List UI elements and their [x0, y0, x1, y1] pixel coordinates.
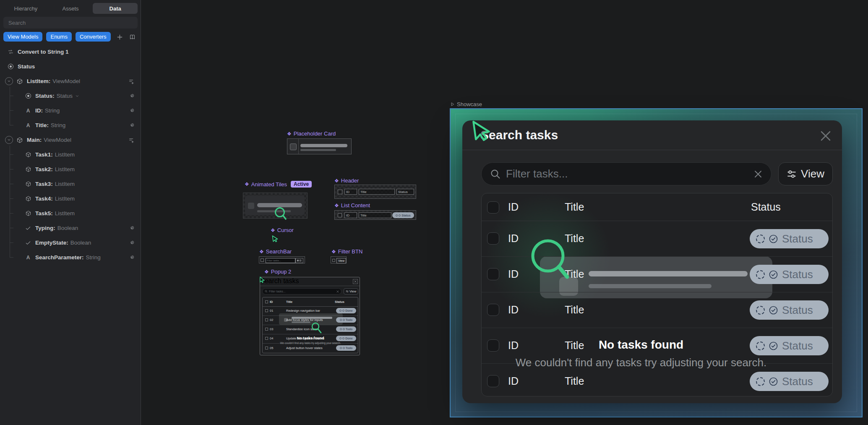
- tree-field-status[interactable]: Status:Status: [0, 89, 141, 103]
- searchbar-component[interactable]: Filter tasks...: [259, 256, 305, 263]
- tree-field-task4[interactable]: Task4:ListItem: [0, 191, 141, 206]
- search-input[interactable]: Search: [3, 17, 138, 29]
- mini-checkbox[interactable]: [265, 347, 268, 349]
- list-content-component[interactable]: ID Title Status: [334, 210, 416, 220]
- tree-item-converter[interactable]: Convert to String 1: [0, 44, 141, 59]
- enums-button[interactable]: Enums: [46, 32, 71, 42]
- add-icon[interactable]: [115, 32, 124, 42]
- tree-item-listitem-viewmodel[interactable]: ListItem:ViewModel: [0, 74, 141, 89]
- enum-radio-icon: [25, 93, 31, 99]
- type-dropdown-icon[interactable]: [75, 94, 79, 98]
- binding-spiral-icon[interactable]: [128, 254, 136, 261]
- tile-checkbox: [248, 203, 254, 209]
- component-label-placeholder-card[interactable]: ❖ Placeholder Card: [287, 130, 336, 137]
- enum-radio-icon: [7, 63, 14, 70]
- status-badge[interactable]: Status: [750, 372, 829, 391]
- row-title: Title: [565, 304, 584, 316]
- row-checkbox[interactable]: [487, 232, 499, 245]
- status-badge[interactable]: Status: [750, 229, 829, 248]
- clear-icon[interactable]: [336, 290, 339, 293]
- header-component[interactable]: ID Title Status: [334, 185, 416, 199]
- component-icon: ❖: [334, 203, 339, 208]
- mini-search-input[interactable]: Filter tasks...: [262, 288, 341, 295]
- tree-field-task5[interactable]: Task5:ListItem: [0, 206, 141, 221]
- cursor-arrow-icon: [467, 116, 495, 144]
- placeholder-card-component[interactable]: [287, 138, 352, 154]
- mini-checkbox[interactable]: [265, 328, 268, 331]
- mini-view-button[interactable]: View: [344, 288, 358, 295]
- filter-tasks-input[interactable]: Filter tasks...: [481, 162, 772, 185]
- tree-guide-tick: [10, 169, 13, 169]
- tree-field-title[interactable]: A Title:String: [0, 118, 141, 133]
- mini-status-pill[interactable]: Todo: [336, 326, 356, 332]
- component-icon: ❖: [287, 131, 292, 136]
- showcase-frame-label[interactable]: Showcase: [450, 101, 482, 107]
- tree-field-task3[interactable]: Task3:ListItem: [0, 177, 141, 191]
- row-checkbox[interactable]: [487, 268, 499, 280]
- select-all-checkbox[interactable]: [487, 201, 499, 214]
- add-field-icon[interactable]: [128, 136, 136, 144]
- mini-cell-title: Title: [359, 212, 391, 218]
- tab-data[interactable]: Data: [93, 3, 138, 14]
- tree-field-typing[interactable]: Typing:Boolean: [0, 221, 141, 235]
- showcase-frame[interactable]: Search tasks Filter tasks...: [450, 108, 863, 417]
- binding-spiral-icon[interactable]: [128, 239, 136, 247]
- component-label-list-content[interactable]: ❖ List Content: [334, 202, 370, 209]
- tab-hierarchy[interactable]: Hierarchy: [3, 3, 48, 14]
- row-checkbox[interactable]: [487, 304, 499, 316]
- status-badge[interactable]: Status: [750, 300, 829, 320]
- table-row[interactable]: ID Title Status: [482, 292, 832, 328]
- chevron-down-icon[interactable]: [5, 77, 13, 85]
- tree-field-task2[interactable]: Task2:ListItem: [0, 162, 141, 177]
- component-label-cursor[interactable]: ❖ Cursor: [271, 227, 294, 233]
- tree-item-status-enum[interactable]: Status: [0, 59, 141, 74]
- filter-btn-component[interactable]: View: [331, 256, 347, 263]
- tree-field-emptystate[interactable]: EmptyState:Boolean: [0, 235, 141, 250]
- binding-spiral-icon[interactable]: [128, 224, 136, 232]
- animated-tiles-component[interactable]: [243, 193, 308, 219]
- binding-spiral-icon[interactable]: [128, 107, 136, 115]
- component-icon: ❖: [271, 228, 275, 233]
- component-label-header[interactable]: ❖ Header: [334, 177, 359, 184]
- mini-checkbox[interactable]: [265, 300, 268, 303]
- tree-guide-tick: [10, 184, 13, 184]
- tab-assets[interactable]: Assets: [48, 3, 93, 14]
- add-field-icon[interactable]: [128, 78, 136, 85]
- tree-field-searchparameter[interactable]: A SearchParameter:String: [0, 250, 141, 265]
- mini-checkbox[interactable]: [265, 337, 268, 340]
- view-button[interactable]: View: [778, 162, 833, 185]
- tree-field-task1[interactable]: Task1:ListItem: [0, 147, 141, 162]
- boolean-check-icon: [25, 225, 31, 232]
- popup2-component[interactable]: Search tasks Filter tasks... View ID Tit…: [260, 277, 360, 355]
- status-badge[interactable]: Status: [750, 265, 829, 284]
- component-label-animated-tiles[interactable]: ❖ Animated Tiles Active: [245, 181, 312, 188]
- library-book-icon[interactable]: [128, 32, 137, 42]
- mini-checkbox[interactable]: [265, 309, 268, 312]
- column-header-status: Status: [751, 201, 781, 213]
- tree-guide-tick: [10, 242, 13, 243]
- chevron-down-icon[interactable]: [5, 136, 13, 144]
- tree-item-main-viewmodel[interactable]: Main:ViewModel: [0, 133, 141, 147]
- clear-icon[interactable]: [753, 169, 763, 179]
- tree-guide-tick: [10, 96, 13, 96]
- check-circle-icon: [769, 234, 778, 244]
- mini-checkbox[interactable]: [265, 318, 268, 321]
- empty-state-title: No tasks found: [482, 338, 800, 352]
- mini-close-icon[interactable]: [353, 279, 358, 284]
- tree-guide-tick: [10, 213, 13, 214]
- cursor-arrow-icon: [271, 234, 279, 243]
- row-checkbox[interactable]: [487, 375, 499, 387]
- view-models-button[interactable]: View Models: [3, 32, 42, 42]
- binding-spiral-icon[interactable]: [128, 122, 136, 129]
- component-label-popup2[interactable]: ❖ Popup 2: [264, 269, 291, 275]
- component-label-searchbar[interactable]: ❖ SearchBar: [259, 248, 292, 255]
- mini-status-pill[interactable]: Todo: [336, 317, 356, 323]
- mini-status-pill[interactable]: Done: [336, 308, 356, 313]
- binding-spiral-icon[interactable]: [128, 92, 136, 100]
- close-icon[interactable]: [818, 129, 833, 143]
- mini-status-pill[interactable]: Todo: [336, 345, 356, 351]
- mini-table-row[interactable]: 05 Adjust button hover states Todo: [263, 344, 358, 353]
- component-label-filter-btn[interactable]: ❖ Filter BTN: [331, 248, 362, 255]
- tree-field-id[interactable]: A ID:String: [0, 103, 141, 118]
- converters-button[interactable]: Converters: [76, 32, 111, 42]
